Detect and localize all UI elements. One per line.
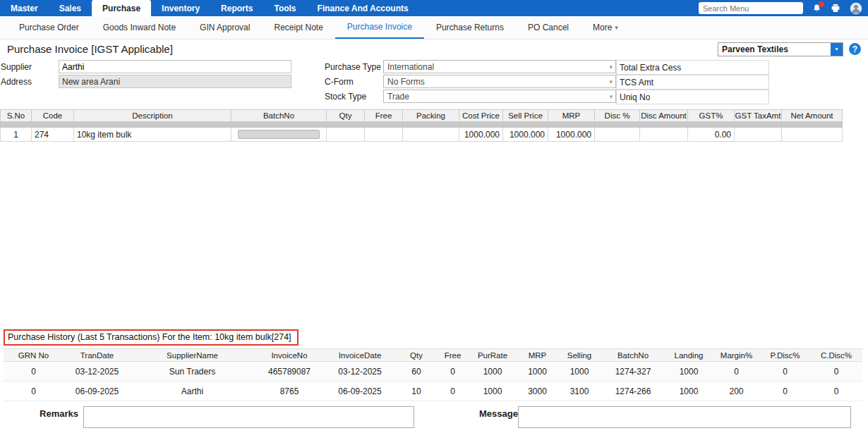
- cell-net-amount[interactable]: [782, 128, 843, 142]
- hcell-landing: 1000: [665, 382, 713, 401]
- company-selector[interactable]: Parveen Textiles ▾: [718, 42, 843, 56]
- hcol-purrate: PurRate: [468, 349, 517, 362]
- hcell-invoicedate: 06-09-2025: [325, 382, 395, 401]
- cell-description[interactable]: 10kg item bulk: [74, 128, 231, 142]
- stock-type-select[interactable]: Trade ▾: [383, 90, 616, 103]
- hcell-suppliername: Aarthi: [131, 382, 254, 401]
- main-menu: Master Sales Purchase Inventory Reports …: [0, 0, 419, 16]
- subnav-goods-inward-note[interactable]: Goods Inward Note: [91, 16, 188, 39]
- menu-item-sales[interactable]: Sales: [49, 0, 92, 16]
- uniq-no-input[interactable]: [650, 90, 768, 104]
- col-batchno: BatchNo: [231, 110, 327, 122]
- hcell-selling: 3100: [557, 382, 601, 401]
- menu-item-purchase[interactable]: Purchase: [92, 0, 151, 16]
- col-code: Code: [32, 110, 74, 122]
- col-gst-taxamt: GST TaxAmt: [735, 110, 782, 122]
- purchase-history-title: Purchase History (Last 5 Transactions) F…: [4, 329, 299, 346]
- notifications-button[interactable]: [812, 4, 821, 13]
- hcol-pdisc-pct: P.Disc%: [760, 349, 810, 362]
- user-avatar[interactable]: [850, 2, 862, 15]
- hcell-qty: 60: [395, 362, 438, 382]
- supplier-input[interactable]: [59, 60, 291, 73]
- subnav-receipt-note[interactable]: Receipt Note: [262, 16, 334, 39]
- cell-cost-price[interactable]: 1000.000: [459, 128, 503, 142]
- subnav-label: More: [593, 23, 612, 32]
- stock-type-label: Stock Type: [325, 92, 366, 102]
- cell-batchno: [231, 128, 327, 142]
- cform-label: C-Form: [325, 77, 354, 87]
- help-button[interactable]: ?: [849, 43, 861, 55]
- subnav-label: PO Cancel: [528, 23, 569, 32]
- empty-area: [0, 142, 868, 329]
- hcell-batchno: 1274-266: [601, 382, 665, 401]
- hcol-suppliername: SupplierName: [131, 349, 254, 362]
- hcell-suppliername: Sun Traders: [131, 362, 254, 382]
- col-disc-amount: Disc Amount: [640, 110, 688, 122]
- items-header-row: S.No Code Description BatchNo Qty Free P…: [1, 110, 843, 122]
- chevron-down-icon: ▾: [609, 78, 615, 85]
- hcol-qty: Qty: [395, 349, 438, 362]
- cell-sell-price[interactable]: 1000.000: [503, 128, 548, 142]
- company-dropdown-button[interactable]: ▾: [831, 43, 843, 56]
- menu-item-reports[interactable]: Reports: [210, 0, 263, 16]
- hcol-batchno: BatchNo: [601, 349, 665, 362]
- chevron-down-icon: ▾: [615, 24, 618, 31]
- col-sell-price: Sell Price: [503, 110, 548, 122]
- hcell-grn-no: 0: [4, 382, 64, 401]
- menu-item-master[interactable]: Master: [0, 0, 49, 16]
- cell-qty[interactable]: [327, 128, 365, 142]
- subnav-po-cancel[interactable]: PO Cancel: [516, 16, 581, 39]
- hcol-invoicedate: InvoiceDate: [325, 349, 395, 362]
- title-bar: Purchase Invoice [IGST Applicable] Parve…: [0, 39, 868, 59]
- col-cost-price: Cost Price: [459, 110, 503, 122]
- print-button[interactable]: [831, 4, 840, 13]
- cell-code[interactable]: 274: [32, 128, 74, 142]
- hcell-selling: 1000: [557, 362, 601, 382]
- history-header-row: GRN No TranDate SupplierName InvoiceNo I…: [4, 349, 862, 362]
- remarks-label: Remarks: [0, 406, 83, 419]
- items-divider-row: [1, 122, 843, 128]
- total-extra-cess-input[interactable]: [681, 61, 768, 74]
- message-textarea[interactable]: [518, 406, 851, 428]
- purchase-type-label: Purchase Type: [325, 62, 381, 72]
- company-selector-value: Parveen Textiles: [718, 44, 831, 54]
- cform-select[interactable]: No Forms ▾: [383, 75, 616, 88]
- menu-item-inventory[interactable]: Inventory: [151, 0, 210, 16]
- hcell-margin-pct: 0: [713, 362, 760, 382]
- hcell-grn-no: 0: [4, 362, 64, 382]
- hcell-pdisc-pct: 0: [760, 362, 810, 382]
- message-label: Message: [479, 406, 518, 419]
- remarks-textarea[interactable]: [83, 406, 414, 428]
- subnav-purchase-returns[interactable]: Purchase Returns: [424, 16, 516, 39]
- uniq-no-field: Uniq No: [616, 90, 769, 104]
- subnav-purchase-order[interactable]: Purchase Order: [7, 16, 91, 39]
- printer-icon: [831, 4, 840, 13]
- subnav-gin-approval[interactable]: GIN Approval: [188, 16, 262, 39]
- cell-disc-amount[interactable]: [640, 128, 688, 142]
- col-mrp: MRP: [548, 110, 595, 122]
- hcol-free: Free: [438, 349, 468, 362]
- cell-packing[interactable]: [403, 128, 459, 142]
- search-input[interactable]: [699, 2, 803, 14]
- col-free: Free: [365, 110, 403, 122]
- hcell-invoicedate: 03-12-2025: [325, 362, 395, 382]
- page-title: Purchase Invoice [IGST Applicable]: [7, 43, 173, 55]
- hcol-invoiceno: InvoiceNo: [254, 349, 325, 362]
- subnav-more[interactable]: More▾: [581, 16, 630, 39]
- cell-free[interactable]: [365, 128, 403, 142]
- menu-item-finance-and-accounts[interactable]: Finance And Accounts: [307, 0, 419, 16]
- cell-mrp[interactable]: 1000.000: [548, 128, 595, 142]
- cell-gst-pct[interactable]: 0.00: [688, 128, 735, 142]
- menu-item-tools[interactable]: Tools: [263, 0, 306, 16]
- uniq-no-label: Uniq No: [617, 92, 650, 102]
- batchno-disabled-input: [238, 130, 320, 139]
- cell-sno[interactable]: 1: [1, 128, 32, 142]
- hcell-margin-pct: 200: [713, 382, 760, 401]
- cell-gst-taxamt[interactable]: [735, 128, 782, 142]
- cell-disc-pct[interactable]: [595, 128, 640, 142]
- footer-bar: Remarks Message: [0, 406, 868, 428]
- tcs-amt-input[interactable]: [653, 75, 768, 89]
- purchase-type-select[interactable]: International ▾: [383, 60, 616, 73]
- divider-cell: [1, 122, 843, 128]
- subnav-purchase-invoice[interactable]: Purchase Invoice: [335, 16, 424, 39]
